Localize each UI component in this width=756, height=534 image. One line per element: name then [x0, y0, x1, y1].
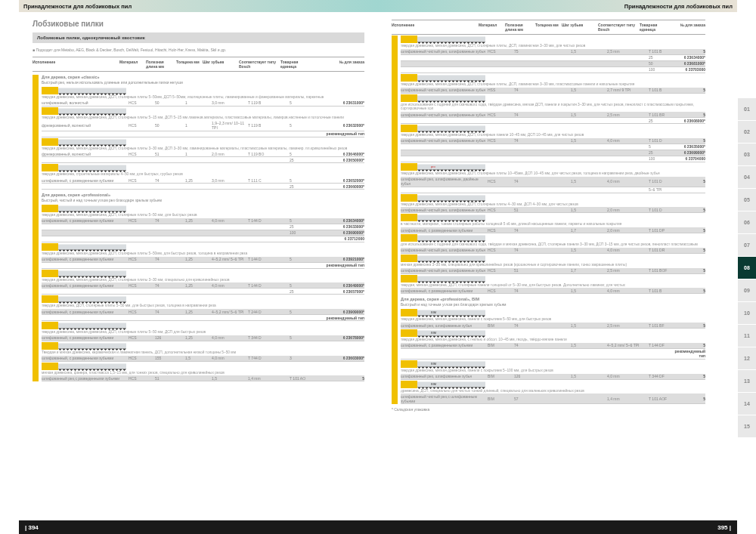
blade-desc: твердая древесина, мягкая древесина, ДСП…: [401, 171, 705, 176]
blade-image: [401, 234, 705, 242]
side-tab-15[interactable]: 15: [738, 415, 756, 438]
cell-unit: 25: [290, 184, 320, 189]
svg-rect-41: [58, 139, 126, 144]
cell-unit: 3: [290, 356, 320, 360]
svg-rect-485: [417, 381, 485, 387]
cell-exec: шлифованный рез,с разведенными зубьями: [42, 376, 129, 381]
cell-pitch: 3,0 mm: [212, 100, 248, 105]
cell-order: 6 23650000*: [320, 158, 364, 162]
cell-len: 51: [514, 208, 544, 212]
side-tab-13[interactable]: 13: [738, 370, 756, 393]
cell-pitch: 1,5: [571, 343, 607, 347]
th-thk: Толщина мм: [535, 23, 562, 32]
side-tab-04[interactable]: 04: [738, 166, 756, 189]
cell-exec: шлифованный, с разведенными зубьями: [401, 343, 488, 347]
cell-mat: BIM: [488, 374, 514, 378]
cell-len: 74: [514, 289, 544, 293]
blade-desc: мягкая древесина 3–30 мм, специально для…: [401, 263, 705, 267]
cell-pitch: 1,7: [571, 268, 607, 273]
cell-pitch: 1,5: [571, 248, 607, 252]
cell-pitch: 1,5: [571, 88, 607, 92]
svg-rect-221: [417, 37, 485, 42]
cell-mat: BIM: [488, 343, 514, 347]
svg-rect-181: [58, 343, 126, 348]
th-exec: Исполнение: [33, 60, 119, 69]
cell-bosch: 4,0 mm: [607, 374, 649, 378]
cell-exec: шлифованный рез, шлифованные зубья: [401, 323, 488, 328]
cell-mat: HCS: [129, 310, 155, 314]
th-mat: Материал: [119, 60, 146, 69]
svg-rect-40: [42, 138, 58, 146]
svg-rect-443: [417, 331, 485, 336]
cell-order: 6 23657000*: [320, 289, 364, 294]
cell-mat: HCS: [129, 376, 155, 381]
th-exec: Исполнение: [392, 23, 479, 32]
section-sub: Быстрый, чистый и над точным углом рез б…: [42, 198, 364, 202]
blade-image: [42, 243, 364, 251]
cell-order: 5: [679, 88, 705, 92]
svg-rect-120: [42, 270, 58, 277]
data-row: шлифованный чистый рез,с шлифованным зуб…: [401, 394, 705, 404]
cell-len: 74: [514, 343, 544, 347]
svg-rect-1: [58, 88, 126, 94]
cell-exec: шлифованный чистый рез, шлифованные зубь…: [401, 49, 488, 54]
cell-unit: T 101 B: [649, 289, 679, 293]
data-row: 256 23634000*: [401, 55, 705, 61]
svg-rect-402: [417, 276, 485, 281]
side-tab-07[interactable]: 07: [738, 234, 756, 257]
cell-unit: 50: [649, 61, 679, 66]
th-len: Полезная длина мм: [146, 60, 176, 69]
blade-image: [42, 164, 364, 171]
cell-order: 6 23603000*: [320, 356, 364, 360]
cell-thk: 1,5: [185, 356, 212, 360]
cell-unit: 5: [290, 257, 320, 261]
data-row: шлифованный, с разведенными зубьямиHCS74…: [42, 177, 364, 184]
section-sub: Быстрый и над точным углом рез благодаря…: [401, 302, 705, 307]
cell-exec: шлифованный, с разведенными зубьями: [42, 283, 129, 288]
cell-pitch: 2,0 mm: [212, 152, 248, 156]
subheading: Лобзиковые пилки, однокулачковый хвостов…: [33, 32, 364, 43]
cell-order: рекомендуемый тип: [320, 316, 364, 320]
left-groups: Для дерева, серия «classic»Быстрый рез, …: [33, 75, 364, 381]
side-tab-02[interactable]: 02: [738, 121, 756, 144]
side-tab-12[interactable]: 12: [738, 347, 756, 370]
right-groups: твердая древесина, мягкая древесина, ДСП…: [392, 35, 705, 404]
svg-rect-140: [42, 295, 58, 303]
blade-image: [401, 214, 705, 221]
blade-desc: твердая древесина, мягкая древесина, ДСП…: [42, 252, 364, 256]
side-tab-11[interactable]: 11: [738, 325, 756, 347]
side-tab-10[interactable]: 10: [738, 302, 756, 325]
cell-unit: 5: [290, 310, 320, 314]
cell-unit: 25: [290, 224, 320, 229]
cell-unit: T 101 B: [649, 49, 679, 54]
cell-unit: 100: [649, 156, 679, 161]
cell-unit: T 101 D: [649, 138, 679, 143]
side-tab-05[interactable]: 05: [738, 189, 756, 211]
data-row: шлифованный, с разведенными зубьямиHCS74…: [42, 309, 364, 315]
cell-pitch: 1,5: [571, 208, 607, 212]
side-tab-09[interactable]: 09: [738, 279, 756, 302]
side-tab-14[interactable]: 14: [738, 393, 756, 415]
svg-text:BIM: BIM: [431, 331, 436, 335]
cell-bosch: T 144 D: [248, 257, 290, 261]
cell-bosch: T 111 C: [248, 178, 290, 183]
data-row: 256 23608000*: [401, 118, 705, 124]
banner-right: Принадлежности для лобзиковых пил: [378, 0, 737, 12]
side-tab-06[interactable]: 06: [738, 211, 756, 234]
blade-desc: твердая, мягкая древесина, ДСП, столярны…: [401, 283, 705, 288]
cell-unit: T 101 BF: [649, 323, 679, 328]
cell-order: 6 23635000*: [679, 144, 705, 149]
cell-bosch: 2,5 mm: [607, 113, 649, 117]
side-tab-01[interactable]: 01: [738, 98, 756, 121]
cell-thk: 1,25: [185, 218, 212, 223]
cell-mat: BIM: [488, 397, 514, 401]
cell-pitch: 4,0 mm: [212, 356, 248, 360]
data-row: шлифованный чистый рез, шлифованные зубь…: [401, 207, 705, 213]
cell-order: рекомендуемый тип: [675, 349, 705, 358]
table-header: Исполнение Материал Полезная длина мм То…: [33, 57, 364, 72]
side-tab-08[interactable]: 08: [738, 257, 756, 279]
svg-rect-180: [42, 342, 58, 350]
data-row: 56 23635000*: [401, 144, 705, 150]
side-tab-03[interactable]: 03: [738, 144, 756, 166]
cell-mat: HCS: [488, 208, 514, 212]
